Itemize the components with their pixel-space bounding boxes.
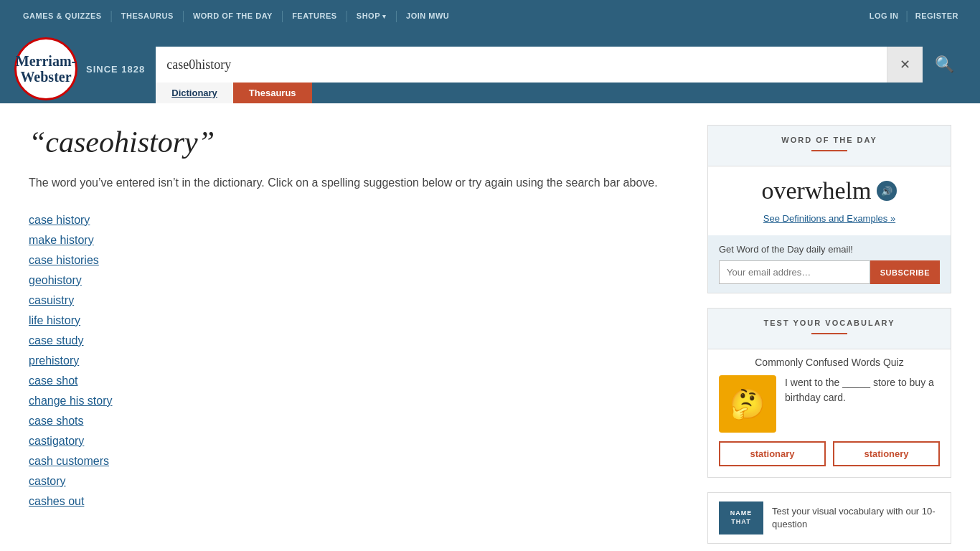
logo-container: Merriam-Webster SINCE 1828 [14,37,145,103]
nav-games[interactable]: GAMES & QUIZZES [14,11,110,20]
page-title: “caseohistory” [29,125,679,159]
suggestion-link-9[interactable]: change his story [29,395,113,407]
name-that-description: Test your visual vocabulary with our 10-… [772,505,940,531]
wotd-word-row: overwhelm 🔊 [719,177,940,204]
left-column: “caseohistory” The word you’ve entered i… [29,125,679,544]
list-item: castory [29,471,679,491]
list-item: castigatory [29,431,679,451]
search-input[interactable] [156,47,887,83]
list-item: change his story [29,391,679,411]
suggestion-link-8[interactable]: case shot [29,375,77,387]
suggestion-link-11[interactable]: castigatory [29,435,84,447]
wotd-header: WORD OF THE DAY [708,126,951,166]
wotd-link-area: See Definitions and Examples » [719,212,940,225]
suggestion-link-4[interactable]: casuistry [29,294,74,306]
speaker-icon: 🔊 [881,186,892,197]
vocab-box: TEST YOUR VOCABULARY Commonly Confused W… [707,308,951,478]
suggestion-link-10[interactable]: case shots [29,415,83,427]
top-nav-auth: LOG IN | REGISTER [862,9,966,22]
register-link[interactable]: REGISTER [908,11,966,20]
wotd-word-area: overwhelm 🔊 See Definitions and Examples… [708,166,951,235]
site-header: Merriam-Webster SINCE 1828 ✕ 🔍 Dictionar… [0,32,980,103]
wotd-box: WORD OF THE DAY overwhelm 🔊 See Definiti… [707,125,951,293]
logo-circle[interactable]: Merriam-Webster [14,37,77,100]
nav-wotd[interactable]: WORD OF THE DAY [184,11,281,20]
wotd-email-input[interactable] [719,260,870,284]
search-submit-button[interactable]: 🔍 [923,47,966,83]
not-found-text: The word you’ve entered isn’t in the dic… [29,174,679,192]
suggestions-list: case history make history case histories… [29,210,679,512]
wotd-email-row: SUBSCRIBE [719,260,940,284]
list-item: case study [29,331,679,351]
wotd-subscribe-button[interactable]: SUBSCRIBE [870,260,940,284]
top-nav-links: GAMES & QUIZZES | THESAURUS | WORD OF TH… [14,9,862,22]
tab-thesaurus[interactable]: Thesaurus [233,83,312,103]
list-item: cashes out [29,491,679,512]
tab-dictionary[interactable]: Dictionary [156,83,233,103]
list-item: case shot [29,371,679,391]
list-item: make history [29,230,679,250]
list-item: life history [29,311,679,331]
nav-features[interactable]: FEATURES [283,11,345,20]
list-item: casuistry [29,291,679,311]
vocab-emoji: 🤔 [730,387,765,421]
search-area: ✕ 🔍 Dictionary Thesaurus [156,47,966,103]
suggestion-link-2[interactable]: case histories [29,254,99,266]
suggestion-link-1[interactable]: make history [29,234,94,246]
wotd-label: WORD OF THE DAY [719,136,940,144]
vocab-quiz-title: Commonly Confused Words Quiz [708,349,951,375]
vocab-emoji-box: 🤔 [719,375,776,433]
list-item: geohistory [29,270,679,291]
login-link[interactable]: LOG IN [862,11,906,20]
suggestion-link-14[interactable]: cashes out [29,495,84,507]
list-item: case histories [29,250,679,270]
search-clear-button[interactable]: ✕ [887,47,923,83]
right-column: WORD OF THE DAY overwhelm 🔊 See Definiti… [707,125,951,544]
search-icon: 🔍 [935,55,954,74]
suggestion-link-3[interactable]: geohistory [29,274,82,286]
name-badge: NAMETHAT [719,501,763,534]
suggestion-link-0[interactable]: case history [29,214,90,226]
vocab-question: I went to the _____ store to buy a birth… [785,375,940,405]
name-that-box: NAMETHAT Test your visual vocabulary wit… [707,492,951,544]
search-bar: ✕ 🔍 [156,47,966,83]
suggestion-link-7[interactable]: prehistory [29,354,79,367]
suggestion-link-6[interactable]: case study [29,334,83,347]
search-tabs: Dictionary Thesaurus [156,83,966,103]
logo-since: SINCE 1828 [86,64,145,75]
suggestion-link-5[interactable]: life history [29,314,80,326]
vocab-image-row: 🤔 I went to the _____ store to buy a bir… [708,375,951,441]
shop-arrow-icon: ▾ [382,13,387,20]
wotd-label-divider [811,150,847,151]
main-wrapper: “caseohistory” The word you’ve entered i… [0,103,980,551]
wotd-email-area: Get Word of the Day daily email! SUBSCRI… [708,235,951,293]
wotd-speaker-button[interactable]: 🔊 [877,181,897,201]
nav-join[interactable]: JOIN MWU [397,11,458,20]
top-nav: GAMES & QUIZZES | THESAURUS | WORD OF TH… [0,0,980,32]
vocab-answer-1[interactable]: stationery [833,441,940,466]
list-item: cash customers [29,451,679,471]
suggestion-link-12[interactable]: cash customers [29,455,109,467]
list-item: prehistory [29,351,679,371]
nav-thesaurus[interactable]: THESAURUS [113,11,182,20]
list-item: case history [29,210,679,230]
wotd-word: overwhelm [762,177,872,204]
logo-mw-text: Merriam-Webster [16,53,76,85]
vocab-answers-row: stationary stationery [708,441,951,477]
list-item: case shots [29,411,679,431]
vocab-answer-0[interactable]: stationary [719,441,826,466]
nav-shop[interactable]: SHOP ▾ [348,11,395,20]
name-badge-text: NAMETHAT [730,509,753,526]
vocab-label: TEST YOUR VOCABULARY [719,319,940,327]
suggestion-link-13[interactable]: castory [29,475,66,487]
vocab-header: TEST YOUR VOCABULARY [708,309,951,349]
wotd-email-prompt: Get Word of the Day daily email! [719,244,940,255]
wotd-definitions-link[interactable]: See Definitions and Examples » [763,213,895,224]
vocab-divider [811,333,847,334]
